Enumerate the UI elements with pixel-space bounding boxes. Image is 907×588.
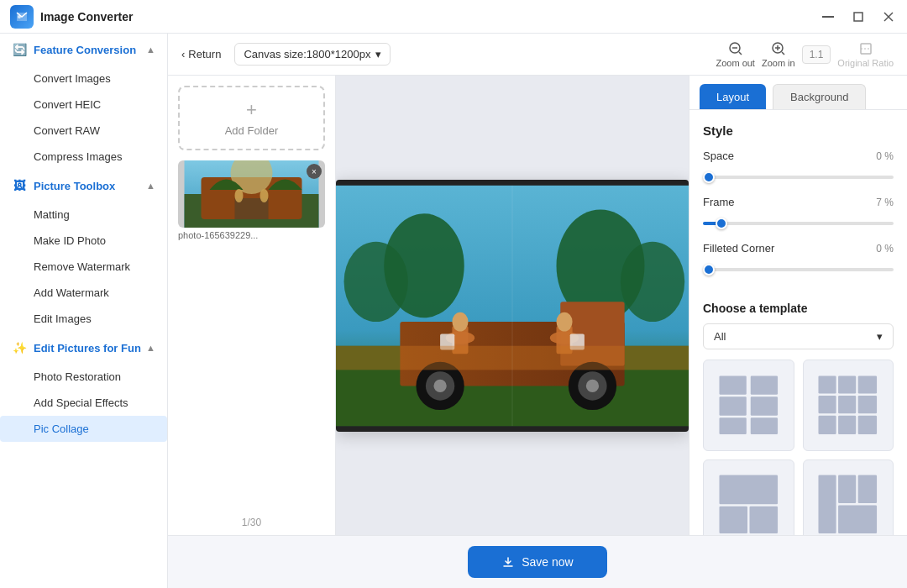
sidebar-item-photo-restoration[interactable]: Photo Restoration xyxy=(0,364,167,390)
minimize-button[interactable] xyxy=(820,8,836,25)
template-title: Choose a template xyxy=(703,302,894,315)
svg-rect-46 xyxy=(751,375,778,394)
canvas-size-chevron-icon: ▾ xyxy=(375,48,381,60)
feature-conversion-icon: 🔄 xyxy=(12,42,27,57)
chevron-up-icon: ▲ xyxy=(146,45,155,55)
sidebar-item-matting[interactable]: Matting xyxy=(0,202,167,228)
svg-rect-59 xyxy=(858,416,877,434)
sidebar-item-remove-watermark[interactable]: Remove Watermark xyxy=(0,254,167,280)
svg-rect-53 xyxy=(858,375,877,393)
remove-image-button[interactable]: × xyxy=(307,164,322,179)
pagination: 1/30 xyxy=(168,510,335,535)
template-grid xyxy=(703,360,894,535)
template-item-1[interactable] xyxy=(703,360,794,451)
app-logo xyxy=(10,5,34,29)
sidebar-item-add-special-effects[interactable]: Add Special Effects xyxy=(0,390,167,416)
template-dropdown[interactable]: All ▾ xyxy=(703,323,894,349)
svg-rect-64 xyxy=(839,475,857,504)
sidebar-item-pic-collage[interactable]: Pic Collage xyxy=(0,416,167,442)
zoom-in-button[interactable]: Zoom in xyxy=(762,41,795,68)
svg-rect-1 xyxy=(822,16,834,18)
edit-fun-icon: ✨ xyxy=(12,340,27,355)
edit-fun-label: Edit Pictures for Fun xyxy=(34,342,141,354)
template-item-4[interactable] xyxy=(803,459,894,536)
svg-rect-47 xyxy=(719,396,746,415)
frame-value: 7 % xyxy=(876,197,894,208)
tab-background[interactable]: Background xyxy=(773,84,866,109)
svg-rect-54 xyxy=(819,396,836,413)
svg-point-26 xyxy=(621,241,684,321)
frame-slider[interactable] xyxy=(703,222,894,225)
collage-preview[interactable] xyxy=(336,180,689,432)
svg-rect-58 xyxy=(839,416,857,434)
image-thumbnail[interactable]: × xyxy=(178,160,325,228)
svg-point-34 xyxy=(586,379,599,391)
canvas-area: + Add Folder xyxy=(168,76,907,535)
svg-rect-49 xyxy=(719,417,746,434)
save-icon xyxy=(501,555,515,569)
original-ratio-icon xyxy=(858,41,873,56)
svg-rect-55 xyxy=(839,396,857,413)
svg-rect-57 xyxy=(819,416,836,434)
image-name: photo-165639229... xyxy=(178,230,325,240)
feature-conversion-label: Feature Conversion xyxy=(34,44,136,56)
svg-line-11 xyxy=(782,52,784,55)
picture-toolbox-label: Picture Toolbox xyxy=(34,180,115,192)
sidebar-item-compress-images[interactable]: Compress Images xyxy=(0,144,167,170)
tab-layout[interactable]: Layout xyxy=(700,84,766,109)
back-button[interactable]: ‹ Return xyxy=(181,48,221,60)
sidebar-item-make-id-photo[interactable]: Make ID Photo xyxy=(0,228,167,254)
svg-rect-56 xyxy=(858,396,877,413)
style-section: Style Space 0 % xyxy=(689,110,907,302)
sidebar-section-picture-toolbox: 🖼 Picture Toolbox ▲ Matting Make ID Phot… xyxy=(0,170,167,332)
sidebar-section-header-edit-fun[interactable]: ✨ Edit Pictures for Fun ▲ xyxy=(0,332,167,364)
picture-toolbox-icon: 🖼 xyxy=(12,178,27,193)
sidebar-item-add-watermark[interactable]: Add Watermark xyxy=(0,280,167,306)
svg-rect-50 xyxy=(751,417,778,434)
svg-rect-63 xyxy=(819,475,836,534)
title-bar: Image Converter xyxy=(0,0,907,34)
sidebar-item-edit-images[interactable]: Edit Images xyxy=(0,306,167,332)
style-title: Style xyxy=(703,123,894,138)
back-arrow-icon: ‹ xyxy=(181,48,185,60)
sidebar-item-convert-images[interactable]: Convert Images xyxy=(0,66,167,92)
sidebar-section-edit-fun: ✨ Edit Pictures for Fun ▲ Photo Restorat… xyxy=(0,332,167,442)
collage-svg xyxy=(336,180,689,432)
space-value: 0 % xyxy=(876,150,894,162)
sidebar-item-convert-raw[interactable]: Convert RAW xyxy=(0,118,167,144)
svg-rect-2 xyxy=(854,13,862,21)
sidebar-section-header-picture-toolbox[interactable]: 🖼 Picture Toolbox ▲ xyxy=(0,170,167,202)
zoom-out-button[interactable]: Zoom out xyxy=(716,41,754,68)
canvas-size-select[interactable]: Canvas size:1800*1200px ▾ xyxy=(234,43,391,66)
add-folder-label: Add Folder xyxy=(225,124,279,137)
sidebar: 🔄 Feature Conversion ▲ Convert Images Co… xyxy=(0,34,168,588)
toolbar: ‹ Return Canvas size:1800*1200px ▾ Zoom … xyxy=(168,34,907,76)
svg-rect-52 xyxy=(839,375,857,393)
svg-rect-60 xyxy=(719,475,778,505)
close-button[interactable] xyxy=(880,8,897,25)
chevron-up-icon-toolbox: ▲ xyxy=(146,181,155,191)
template-item-2[interactable] xyxy=(803,360,894,451)
right-panel: Layout Background Style Space 0 % xyxy=(689,76,907,535)
original-ratio-label: Original Ratio xyxy=(837,58,894,68)
zoom-controls: Zoom out Zoom in 1.1 xyxy=(716,41,894,68)
template-item-3[interactable] xyxy=(703,459,794,536)
sidebar-section-header-feature-conversion[interactable]: 🔄 Feature Conversion ▲ xyxy=(0,34,167,66)
svg-rect-65 xyxy=(858,475,877,504)
filleted-corner-slider[interactable] xyxy=(703,268,894,271)
maximize-button[interactable] xyxy=(850,8,867,25)
svg-rect-48 xyxy=(751,396,778,415)
sidebar-item-convert-heic[interactable]: Convert HEIC xyxy=(0,92,167,118)
svg-rect-51 xyxy=(819,375,836,393)
app-title: Image Converter xyxy=(40,10,820,24)
frame-slider-group: Frame 7 % xyxy=(703,196,894,228)
svg-rect-66 xyxy=(839,506,878,534)
svg-point-0 xyxy=(18,15,21,18)
zoom-ratio-display: 1.1 xyxy=(802,45,831,64)
svg-point-41 xyxy=(557,312,573,331)
add-folder-button[interactable]: + Add Folder xyxy=(178,86,325,150)
svg-point-19 xyxy=(235,189,244,202)
save-button[interactable]: Save now xyxy=(468,546,606,578)
space-label: Space xyxy=(703,150,734,162)
space-slider[interactable] xyxy=(703,176,894,179)
